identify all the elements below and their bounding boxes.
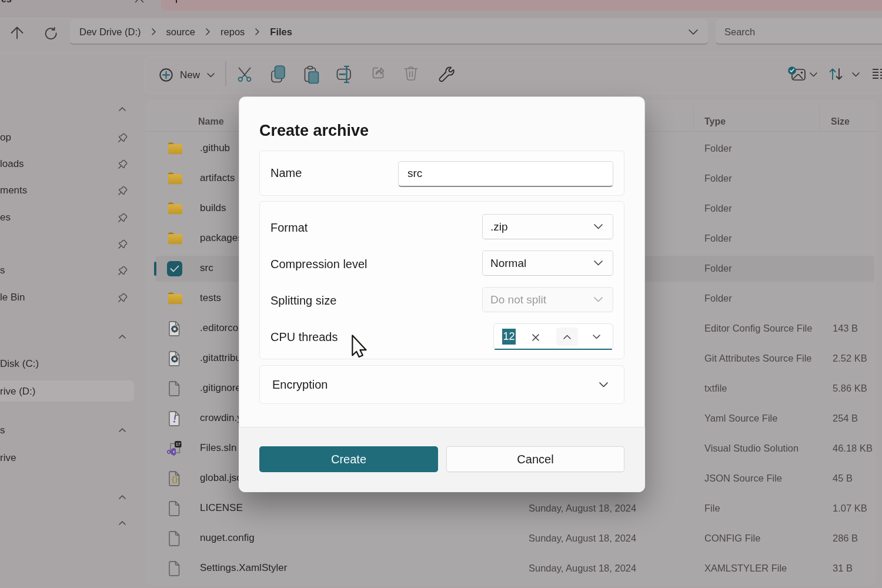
svg-text:}: }	[175, 475, 178, 483]
svg-text:17: 17	[176, 442, 181, 447]
svg-text:{: {	[172, 475, 175, 483]
